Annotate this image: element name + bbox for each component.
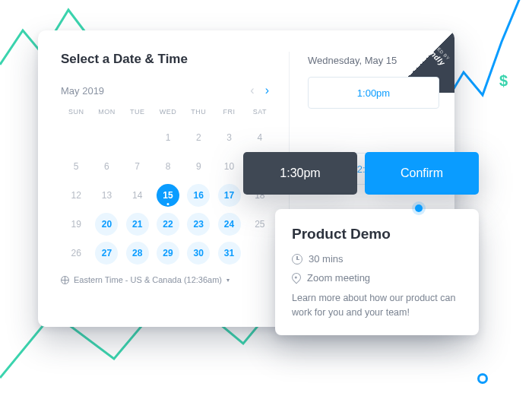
decor-circle-icon xyxy=(477,373,488,384)
selected-date-label: Wednesday, May 15 xyxy=(308,55,439,66)
calendar-day-available[interactable]: 21 xyxy=(126,213,149,236)
calendar-day-unavailable: 5 xyxy=(61,152,91,181)
calendar-day-unavailable: 26 xyxy=(61,239,91,268)
calendar-day-available[interactable]: 27 xyxy=(95,242,118,265)
month-label: May 2019 xyxy=(61,85,104,97)
event-location: Zoom meeting xyxy=(292,272,462,284)
prev-month-button[interactable]: ‹ xyxy=(250,84,254,97)
calendar-day-unavailable: 25 xyxy=(245,210,275,239)
calendar-day-available[interactable]: 31 xyxy=(218,242,241,265)
selected-time-chip[interactable]: 1:30pm xyxy=(243,152,357,195)
confirm-button[interactable]: Confirm xyxy=(365,152,479,195)
calendar-day-unavailable: 3 xyxy=(214,123,244,152)
globe-icon xyxy=(61,276,69,284)
calendar-day-available[interactable]: 20 xyxy=(95,213,118,236)
weekday-header: TUE xyxy=(122,103,153,123)
location-pin-icon xyxy=(290,271,303,284)
panel-title: Select a Date & Time xyxy=(61,52,289,67)
time-slot[interactable]: 1:00pm xyxy=(308,77,439,109)
weekday-header: SAT xyxy=(245,103,275,123)
calendar-day-available[interactable]: 28 xyxy=(126,242,149,265)
calendar-day-unavailable: 13 xyxy=(91,181,122,210)
calendar-day-available[interactable]: 16 xyxy=(187,184,210,207)
event-title: Product Demo xyxy=(292,226,462,242)
month-nav: May 2019 ‹ › xyxy=(61,84,274,97)
calendar-day-available[interactable]: 23 xyxy=(187,213,210,236)
calendar-day-unavailable: 8 xyxy=(153,152,183,181)
event-detail-card: Product Demo 30 mins Zoom meeting Learn … xyxy=(275,209,479,335)
calendar-day-unavailable: 4 xyxy=(245,123,275,152)
event-description: Learn more about how our product can wor… xyxy=(292,291,462,320)
calendar-day-unavailable: 14 xyxy=(122,181,153,210)
calendar-day-unavailable: 19 xyxy=(61,210,91,239)
caret-down-icon: ▾ xyxy=(226,277,230,284)
calendar-day-unavailable: 2 xyxy=(183,123,214,152)
decor-dollar-icon: $ xyxy=(499,72,508,90)
calendar-day-available[interactable]: 24 xyxy=(218,213,241,236)
next-month-button[interactable]: › xyxy=(265,84,269,97)
timezone-selector[interactable]: Eastern Time - US & Canada (12:36am) ▾ xyxy=(61,275,289,284)
calendar-day-selected[interactable]: 15 xyxy=(157,184,179,207)
calendar-day-unavailable: 9 xyxy=(183,152,214,181)
calendar-day-available[interactable]: 30 xyxy=(187,242,210,265)
weekday-header: WED xyxy=(153,103,183,123)
calendar-day-unavailable: 6 xyxy=(91,152,122,181)
calendar-day-available[interactable]: 22 xyxy=(157,213,179,236)
calendar-day-unavailable: 7 xyxy=(122,152,153,181)
weekday-header: FRI xyxy=(214,103,244,123)
weekday-header: SUN xyxy=(61,103,91,123)
calendar-day-unavailable: 1 xyxy=(153,123,183,152)
clock-icon xyxy=(292,254,302,265)
event-duration: 30 mins xyxy=(292,253,462,265)
calendar-day-unavailable: 12 xyxy=(61,181,91,210)
weekday-header: THU xyxy=(183,103,214,123)
weekday-header: MON xyxy=(91,103,122,123)
selected-slot-row: 1:30pm Confirm xyxy=(243,152,479,195)
connector-dot-icon xyxy=(415,204,423,212)
timezone-label: Eastern Time - US & Canada (12:36am) xyxy=(74,275,222,284)
calendar-day-unavailable: 10 xyxy=(214,152,244,181)
calendar-day-available[interactable]: 29 xyxy=(157,242,179,265)
calendar-day-available[interactable]: 17 xyxy=(218,184,241,207)
